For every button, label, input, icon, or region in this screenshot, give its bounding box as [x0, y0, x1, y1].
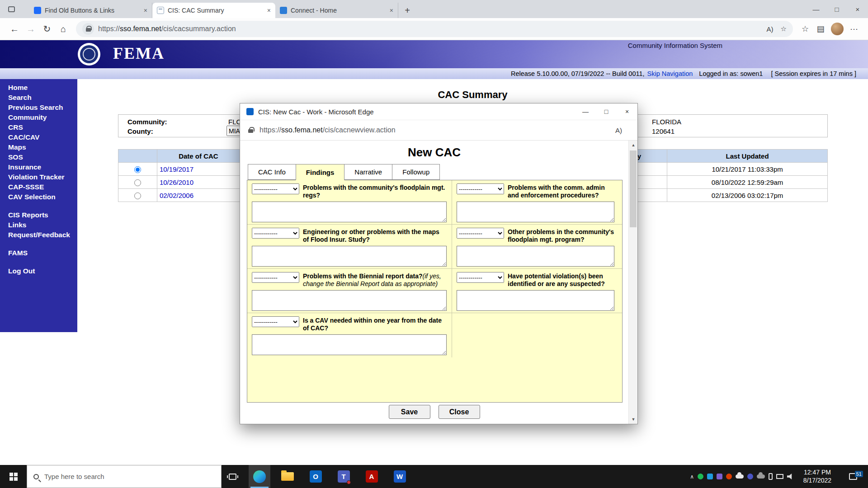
- action-center-button[interactable]: 51: [841, 473, 865, 480]
- taskbar-file-explorer-button[interactable]: [277, 465, 298, 488]
- tab-close-icon[interactable]: ×: [390, 7, 393, 14]
- cac-date-link[interactable]: 02/02/2006: [160, 192, 193, 199]
- onedrive-icon[interactable]: [736, 474, 744, 479]
- finding-select[interactable]: ------------: [252, 272, 299, 283]
- sidebar-item-maps[interactable]: Maps: [0, 142, 77, 152]
- taskbar-word-button[interactable]: W: [389, 465, 410, 488]
- tab-followup[interactable]: Followup: [392, 164, 440, 180]
- tab-cac-info[interactable]: CAC Info: [248, 164, 296, 180]
- tab-close-icon[interactable]: ×: [267, 7, 271, 14]
- sidebar-item-previous-search[interactable]: Previous Search: [0, 103, 77, 113]
- search-input[interactable]: [44, 473, 221, 480]
- sidebar-item-log-out[interactable]: Log Out: [0, 266, 77, 276]
- taskbar-search[interactable]: [27, 465, 222, 488]
- maximize-button[interactable]: □: [826, 0, 847, 18]
- display-icon[interactable]: [776, 474, 783, 479]
- address-bar[interactable]: https://sso.fema.net/cis/cacsummary.acti…: [76, 21, 793, 37]
- taskbar-acrobat-button[interactable]: A: [361, 465, 382, 488]
- finding-textarea[interactable]: [457, 290, 614, 311]
- hidden-icons-chevron[interactable]: ∧: [690, 474, 694, 480]
- more-menu-icon[interactable]: ···: [846, 21, 862, 37]
- read-aloud-icon[interactable]: A): [767, 25, 774, 33]
- sidebar-item-cap-ssse[interactable]: CAP-SSSE: [0, 182, 77, 192]
- finding-textarea[interactable]: [457, 246, 614, 267]
- tray-bluetooth-icon[interactable]: [707, 474, 713, 479]
- finding-select[interactable]: ------------: [457, 228, 504, 239]
- browser-tab-1[interactable]: Find Old Buttons & Links ×: [29, 3, 152, 18]
- read-aloud-icon[interactable]: A): [615, 127, 622, 134]
- tab-narrative[interactable]: Narrative: [344, 164, 392, 180]
- finding-textarea[interactable]: [252, 246, 447, 267]
- finding-select[interactable]: ------------: [252, 316, 299, 327]
- finding-select[interactable]: ------------: [457, 272, 504, 283]
- sidebar-item-cav-selection[interactable]: CAV Selection: [0, 192, 77, 202]
- popup-scrollbar[interactable]: ▲ ▼: [628, 141, 637, 424]
- finding-textarea[interactable]: [252, 202, 447, 222]
- sidebar-item-request-feedback[interactable]: Request/Feedback: [0, 230, 77, 240]
- sidebar-item-fams[interactable]: FAMS: [0, 248, 77, 258]
- tray-cloud-icon[interactable]: [757, 474, 765, 479]
- tray-teams-icon[interactable]: [747, 474, 753, 479]
- favorites-icon[interactable]: ☆: [797, 21, 813, 37]
- minimize-button[interactable]: —: [806, 0, 826, 18]
- scrollbar-thumb[interactable]: [630, 150, 637, 227]
- sidebar-item-home[interactable]: Home: [0, 83, 77, 93]
- sidebar-item-cac-cav[interactable]: CAC/CAV: [0, 132, 77, 142]
- tab-actions-icon[interactable]: [5, 2, 18, 16]
- sidebar-item-insurance[interactable]: Insurance: [0, 162, 77, 172]
- tab-findings[interactable]: Findings: [296, 164, 345, 180]
- sidebar-item-cis-reports[interactable]: CIS Reports: [0, 210, 77, 220]
- finding-textarea[interactable]: [252, 334, 447, 355]
- refresh-icon[interactable]: ↻: [39, 21, 55, 37]
- popup-close-button[interactable]: ×: [617, 103, 637, 120]
- scroll-down-icon[interactable]: ▼: [629, 415, 638, 424]
- taskbar-edge-button[interactable]: [249, 465, 270, 488]
- finding-select[interactable]: ------------: [252, 183, 299, 194]
- sidebar-item-sos[interactable]: SOS: [0, 152, 77, 162]
- browser-tab-3[interactable]: Connect - Home ×: [275, 3, 398, 18]
- row-radio[interactable]: [134, 179, 141, 186]
- tray-app-icon[interactable]: [717, 474, 722, 479]
- taskbar-teams-button[interactable]: T: [333, 465, 354, 488]
- row-radio[interactable]: [134, 166, 141, 173]
- volume-icon[interactable]: [787, 474, 794, 479]
- tab-close-icon[interactable]: ×: [144, 7, 147, 14]
- finding-textarea[interactable]: [252, 290, 447, 311]
- taskbar-outlook-button[interactable]: O: [305, 465, 326, 488]
- popup-maximize-button[interactable]: □: [596, 103, 617, 120]
- favorite-star-icon[interactable]: ☆: [781, 25, 787, 33]
- cac-date-link[interactable]: 10/19/2017: [160, 165, 193, 173]
- sidebar-item-violation-tracker[interactable]: Violation Tracker: [0, 172, 77, 182]
- save-button[interactable]: Save: [389, 405, 430, 419]
- popup-minimize-button[interactable]: —: [575, 103, 596, 120]
- sidebar-item-community[interactable]: Community: [0, 113, 77, 122]
- sidebar-item-search[interactable]: Search: [0, 93, 77, 103]
- lock-icon[interactable]: [82, 23, 94, 35]
- task-view-button[interactable]: [222, 465, 243, 488]
- scroll-up-icon[interactable]: ▲: [629, 141, 638, 150]
- collections-icon[interactable]: ▤: [813, 21, 828, 37]
- forward-icon[interactable]: →: [23, 21, 39, 37]
- popup-title-bar[interactable]: CIS: New Cac - Work - Microsoft Edge — □…: [240, 103, 637, 120]
- finding-select[interactable]: ------------: [252, 228, 299, 239]
- start-button[interactable]: [0, 465, 27, 488]
- sidebar-item-crs[interactable]: CRS: [0, 122, 77, 132]
- home-icon[interactable]: ⌂: [55, 21, 71, 37]
- skip-navigation-link[interactable]: Skip Navigation: [647, 70, 693, 77]
- finding-textarea[interactable]: [457, 202, 614, 222]
- close-button[interactable]: ×: [847, 0, 868, 18]
- new-tab-button[interactable]: +: [401, 4, 414, 17]
- tray-alert-icon[interactable]: [726, 474, 732, 479]
- popup-address-bar[interactable]: https://sso.fema.net/cis/cacnewview.acti…: [240, 120, 637, 141]
- sidebar-item-links[interactable]: Links: [0, 220, 77, 230]
- finding-select[interactable]: ------------: [457, 183, 504, 194]
- browser-tab-2-active[interactable]: CIS: CAC Summary ×: [152, 3, 275, 18]
- phone-icon[interactable]: [769, 473, 773, 480]
- row-radio[interactable]: [134, 192, 141, 199]
- profile-avatar[interactable]: [831, 23, 844, 35]
- back-icon[interactable]: ←: [6, 21, 23, 37]
- tray-security-icon[interactable]: [698, 474, 703, 479]
- close-button[interactable]: Close: [439, 405, 480, 419]
- taskbar-clock[interactable]: 12:47 PM 8/17/2022: [797, 469, 837, 484]
- cac-date-link[interactable]: 10/26/2010: [160, 178, 193, 186]
